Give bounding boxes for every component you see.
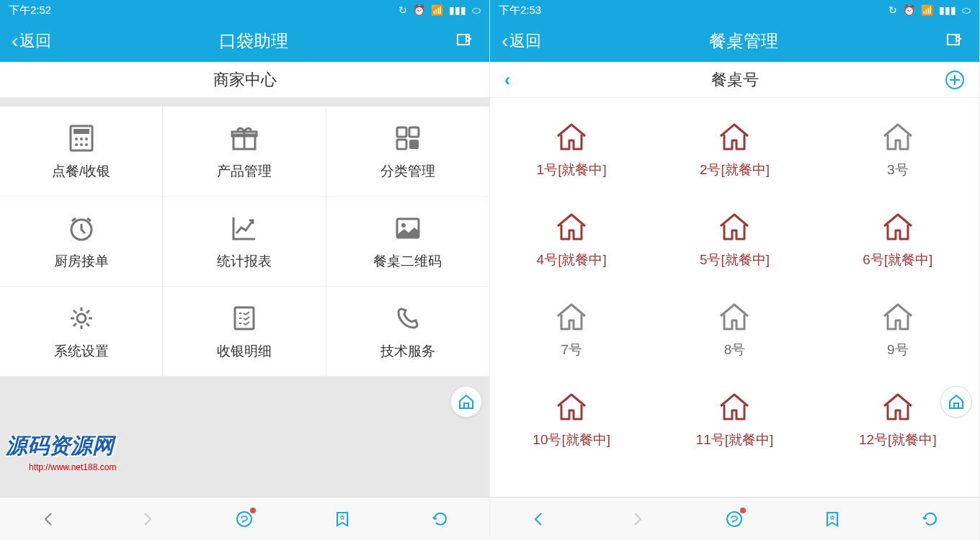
house-icon [718,212,751,242]
home-icon [458,393,475,410]
content-area: 点餐/收银产品管理分类管理厨房接单统计报表餐桌二维码系统设置收银明细技术服务 源… [0,98,489,497]
watermark-url: http://www.net188.com [29,462,116,472]
table-label: 6号[就餐中] [863,251,932,269]
table-3[interactable]: 3号 [816,105,979,195]
nav-bar: ‹ 返回 餐桌管理 [490,20,979,62]
table-5[interactable]: 5号[就餐中] [653,195,816,285]
sub-header: ‹ 餐桌号 [490,62,979,98]
share-button[interactable] [946,33,968,49]
sync-icon: ↻ [888,4,897,16]
house-icon [718,302,751,332]
receipt-icon [228,302,261,335]
sub-title: 商家中心 [213,69,277,91]
svg-point-6 [80,143,83,146]
phone-icon [391,302,424,335]
refresh-icon [432,510,449,528]
content-area: 1号[就餐中]2号[就餐中]3号4号[就餐中]5号[就餐中]6号[就餐中]7号8… [490,98,979,497]
back-button[interactable]: ‹ 返回 [502,30,541,52]
phone-right: 下午2:53 ↻ ⏰ 📶 ▮▮▮ ⬭ ‹ 返回 餐桌管理 ‹ 餐桌号 1号[就餐… [490,0,980,540]
table-11[interactable]: 11号[就餐中] [653,375,816,465]
nav-chat-btn[interactable] [720,505,749,534]
wifi-icon: 📶 [431,4,443,16]
sub-title: 餐桌号 [711,69,759,91]
table-2[interactable]: 2号[就餐中] [653,105,816,195]
gear-icon [65,302,98,335]
chart-icon [228,212,261,245]
menu-label: 系统设置 [54,342,109,361]
table-4[interactable]: 4号[就餐中] [490,195,653,285]
nav-refresh-btn[interactable] [916,505,945,534]
svg-point-19 [237,512,251,526]
table-label: 3号 [887,161,909,179]
menu-item-calculator[interactable]: 点餐/收银 [0,107,163,197]
nav-forward-btn[interactable] [133,505,161,534]
nav-bar: ‹ 返回 口袋助理 [0,20,489,62]
add-button[interactable] [945,70,965,90]
menu-item-grid[interactable]: 分类管理 [326,107,489,197]
phone-left: 下午2:52 ↻ ⏰ 📶 ▮▮▮ ⬭ ‹ 返回 口袋助理 商家中心 点餐/收银产… [0,0,490,540]
house-icon [555,392,588,422]
notification-dot [250,508,256,513]
menu-grid: 点餐/收银产品管理分类管理厨房接单统计报表餐桌二维码系统设置收银明细技术服务 [0,107,489,377]
sub-header: 商家中心 [0,62,489,98]
menu-label: 收银明细 [217,342,272,361]
page-title: 餐桌管理 [541,30,946,53]
notification-dot [740,508,746,513]
menu-item-clock[interactable]: 厨房接单 [0,197,163,287]
back-button[interactable]: ‹ 返回 [12,30,51,52]
calculator-icon [65,122,98,155]
chevron-right-icon [139,511,155,527]
signal-icon: ▮▮▮ [449,4,466,16]
nav-star-btn[interactable] [328,505,357,534]
menu-item-phone[interactable]: 技术服务 [326,287,489,377]
watermark: 源码资源网 [6,431,114,461]
menu-item-image[interactable]: 餐桌二维码 [326,197,489,287]
menu-label: 统计报表 [217,252,272,271]
status-bar: 下午2:52 ↻ ⏰ 📶 ▮▮▮ ⬭ [0,0,489,20]
gift-icon [228,122,261,155]
svg-point-5 [75,143,78,146]
house-icon [555,122,588,152]
nav-forward-btn[interactable] [623,505,651,534]
grid-icon [391,122,424,155]
svg-point-7 [85,143,88,146]
nav-back-btn[interactable] [525,505,553,534]
table-label: 8号 [724,341,746,359]
bottom-bar [0,497,489,540]
battery-icon: ⬭ [962,4,971,17]
signal-icon: ▮▮▮ [939,4,956,16]
table-1[interactable]: 1号[就餐中] [490,105,653,195]
star-bookmark-icon [824,510,841,528]
table-8[interactable]: 8号 [653,285,816,375]
home-fab[interactable] [940,386,972,418]
menu-item-gift[interactable]: 产品管理 [163,107,326,197]
status-bar: 下午2:53 ↻ ⏰ 📶 ▮▮▮ ⬭ [490,0,979,20]
house-icon [881,212,914,242]
nav-chat-btn[interactable] [230,505,259,534]
nav-star-btn[interactable] [818,505,847,534]
share-button[interactable] [456,33,478,49]
share-icon [456,33,475,49]
wifi-icon: 📶 [921,4,933,16]
page-title: 口袋助理 [51,30,456,53]
refresh-icon [922,510,939,528]
table-9[interactable]: 9号 [816,285,979,375]
menu-item-gear[interactable]: 系统设置 [0,287,163,377]
chevron-right-icon [629,511,645,527]
nav-back-btn[interactable] [35,505,63,534]
table-label: 4号[就餐中] [537,251,607,269]
table-10[interactable]: 10号[就餐中] [490,375,653,465]
sub-back-button[interactable]: ‹ [504,70,510,90]
table-6[interactable]: 6号[就餐中] [816,195,979,285]
home-fab[interactable] [450,386,482,418]
menu-item-receipt[interactable]: 收银明细 [163,287,326,377]
star-bookmark-icon [334,510,351,528]
svg-rect-12 [397,140,406,149]
home-icon [948,393,965,410]
tables-grid: 1号[就餐中]2号[就餐中]3号4号[就餐中]5号[就餐中]6号[就餐中]7号8… [490,98,979,465]
svg-rect-10 [397,127,406,137]
table-7[interactable]: 7号 [490,285,653,375]
clock-icon [65,212,98,245]
menu-item-chart[interactable]: 统计报表 [163,197,326,287]
nav-refresh-btn[interactable] [426,505,455,534]
